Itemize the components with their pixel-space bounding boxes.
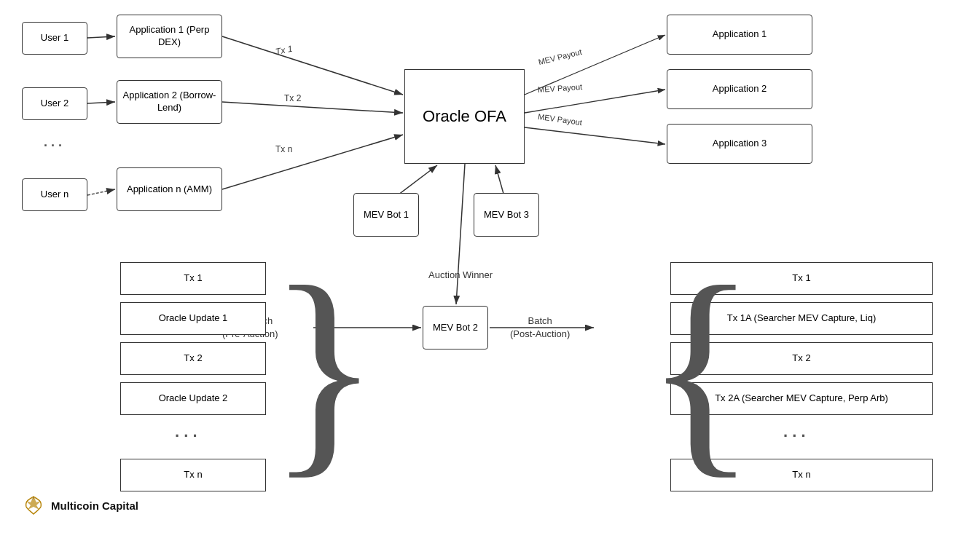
pre-tx1-label: Tx 1 xyxy=(184,272,202,285)
auction-winner-label: Auction Winner xyxy=(428,269,493,280)
right-app2-box: Application 2 xyxy=(667,69,812,109)
mev-bot3-label: MEV Bot 3 xyxy=(484,209,529,221)
pre-tx2-box: Tx 2 xyxy=(120,342,266,375)
mev-bot2-label: MEV Bot 2 xyxy=(433,322,478,334)
post-tx1-label: Tx 1 xyxy=(792,272,810,285)
svg-line-10 xyxy=(525,127,665,144)
pre-txn-box: Tx n xyxy=(120,459,266,491)
svg-line-6 xyxy=(222,102,403,113)
app1-label: Application 1 (Perp DEX) xyxy=(117,24,222,49)
tx1-arrow-label: Tx 1 xyxy=(275,44,294,58)
txn-arrow-label: Tx n xyxy=(275,144,292,154)
logo-text: Multicoin Capital xyxy=(51,499,138,512)
right-app1-label: Application 1 xyxy=(713,28,767,41)
oracle-ofa-box: Oracle OFA xyxy=(404,69,525,164)
pre-txn-label: Tx n xyxy=(184,469,202,481)
mev-bot1-box: MEV Bot 1 xyxy=(353,193,419,237)
batch-post-label: Batch(Post-Auction) xyxy=(510,315,570,341)
right-app3-box: Application 3 xyxy=(667,124,812,164)
app1-box: Application 1 (Perp DEX) xyxy=(117,15,222,58)
post-tx2-label: Tx 2 xyxy=(792,352,810,365)
svg-line-2 xyxy=(87,36,115,38)
appn-label: Application n (AMM) xyxy=(127,183,212,196)
mev-payout-2-label: MEV Payout xyxy=(538,82,583,94)
post-batch-dots: . . . xyxy=(783,422,806,441)
mev-payout-1-label: MEV Payout xyxy=(537,47,582,66)
appn-box: Application n (AMM) xyxy=(117,167,222,211)
usern-label: User n xyxy=(41,189,68,201)
pre-auction-brace: } xyxy=(268,251,380,484)
svg-line-7 xyxy=(222,135,403,189)
pre-oracle-update2-box: Oracle Update 2 xyxy=(120,382,266,415)
user2-box: User 2 xyxy=(22,87,87,120)
pre-oracle-update1-box: Oracle Update 1 xyxy=(120,302,266,335)
svg-line-13 xyxy=(456,164,465,304)
logo-section: Multicoin Capital xyxy=(22,494,138,517)
logo-icon xyxy=(22,494,45,517)
tx2-arrow-label: Tx 2 xyxy=(284,93,301,103)
oracle-ofa-label: Oracle OFA xyxy=(423,107,506,126)
mev-bot1-label: MEV Bot 1 xyxy=(364,209,409,221)
usern-box: User n xyxy=(22,178,87,211)
pre-oracle-update2-label: Oracle Update 2 xyxy=(159,392,228,405)
right-app1-box: Application 1 xyxy=(667,15,812,55)
app2-box: Application 2 (Borrow-Lend) xyxy=(117,80,222,124)
mev-payout-3-label: MEV Payout xyxy=(537,112,582,127)
pre-oracle-update1-label: Oracle Update 1 xyxy=(159,312,228,325)
pre-batch-dots: . . . xyxy=(175,422,197,441)
app2-label: Application 2 (Borrow-Lend) xyxy=(117,90,222,114)
mev-bot2-box: MEV Bot 2 xyxy=(423,306,488,349)
pre-tx2-label: Tx 2 xyxy=(184,352,202,365)
users-dots: . . . xyxy=(44,135,62,150)
user2-label: User 2 xyxy=(41,98,68,110)
right-app3-label: Application 3 xyxy=(713,138,767,150)
user1-box: User 1 xyxy=(22,22,87,55)
diagram: Tx 1 Tx 2 Tx n MEV Payout MEV Payout MEV… xyxy=(0,0,980,524)
svg-line-5 xyxy=(222,36,403,95)
right-app2-label: Application 2 xyxy=(713,83,767,95)
pre-tx1-box: Tx 1 xyxy=(120,262,266,295)
user1-label: User 1 xyxy=(41,32,68,44)
post-auction-brace: { xyxy=(645,251,757,484)
mev-bot3-box: MEV Bot 3 xyxy=(474,193,539,237)
svg-line-3 xyxy=(87,102,115,103)
svg-line-4 xyxy=(87,189,115,195)
post-txn-label: Tx n xyxy=(792,469,810,481)
